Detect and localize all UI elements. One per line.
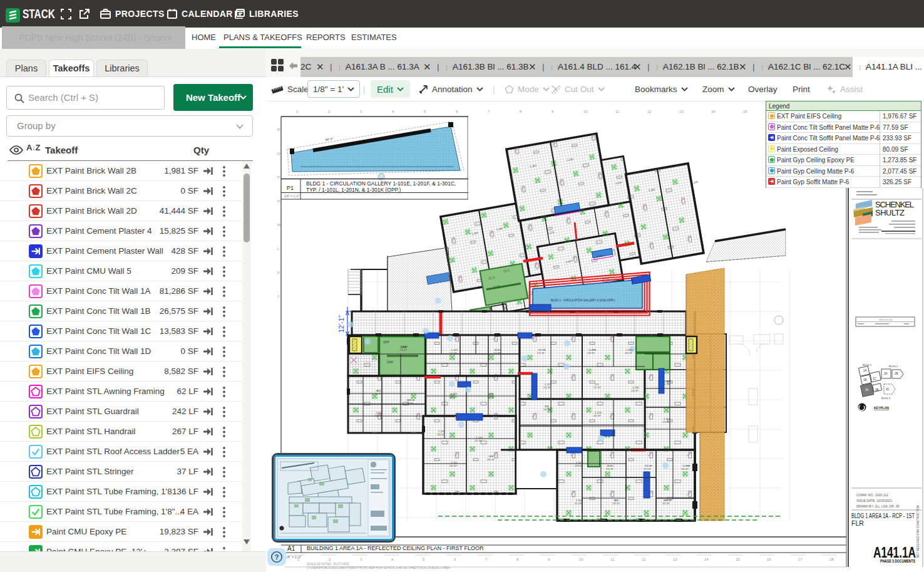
svg-text:BLDG 1 - CIRCULATION GALLERY 1: BLDG 1 - CIRCULATION GALLERY 1-101E, 1-2…: [306, 180, 456, 187]
svg-text:P1: P1: [287, 185, 294, 191]
svg-text:BLDG 2: BLDG 2: [889, 365, 898, 368]
svg-text:STACK: STACK: [23, 7, 55, 21]
svg-text:1-124: 1-124: [595, 411, 602, 414]
svg-text:13: 13: [679, 110, 684, 113]
svg-text:1-105: 1-105: [576, 499, 583, 502]
svg-text:14: 14: [711, 110, 716, 113]
svg-text:1-102: 1-102: [451, 348, 458, 351]
svg-text:PHASE 3 DOCUMENTS: PHASE 3 DOCUMENTS: [880, 559, 916, 563]
svg-text:OFF: OFF: [387, 360, 393, 364]
svg-text:R: R: [277, 128, 280, 132]
svg-text:332 SF: 332 SF: [449, 465, 457, 467]
svg-text:325 SF: 325 SF: [662, 502, 670, 505]
svg-text:1-110: 1-110: [451, 392, 458, 395]
svg-text:Q: Q: [277, 152, 280, 155]
svg-text:1B: 1B: [863, 378, 867, 382]
svg-text:12: 12: [647, 110, 652, 113]
svg-text:BLDG 3: BLDG 3: [881, 397, 891, 400]
svg-text:199 SF: 199 SF: [406, 402, 413, 405]
svg-text:150 SF: 150 SF: [399, 349, 407, 351]
svg-text:1-110: 1-110: [451, 461, 458, 464]
svg-text:1-101: 1-101: [401, 345, 408, 348]
svg-text:15: 15: [743, 110, 747, 113]
svg-text:1-121: 1-121: [376, 411, 382, 414]
svg-text:206 SF: 206 SF: [449, 396, 457, 398]
svg-text:TLT: TLT: [595, 383, 600, 386]
svg-text:2B: 2B: [895, 372, 898, 375]
svg-text:1-102: 1-102: [576, 461, 583, 464]
svg-text:1-121: 1-121: [545, 383, 552, 386]
svg-text:12: 12: [642, 558, 646, 561]
svg-text:COMM. NO.: 2020.112: COMM. NO.: 2020.112: [856, 493, 888, 497]
svg-text:A1: A1: [287, 545, 295, 552]
svg-text:OFF: OFF: [488, 455, 494, 458]
svg-text:P: P: [277, 175, 280, 179]
svg-text:10: 10: [579, 558, 583, 561]
svg-text:BLDG 1: BLDG 1: [863, 363, 872, 367]
svg-text:SCALE AS NOTED - PLOT DATE: SCALE AS NOTED - PLOT DATE: [307, 563, 349, 566]
svg-text:NOT RELEASED FOR CONSTRUCTION: NOT RELEASED FOR CONSTRUCTION: [916, 506, 920, 558]
svg-text:C:\USERS\PUBLIC\DOCUMENTS\REVI: C:\USERS\PUBLIC\DOCUMENTS\REVIT\PCPS NEW…: [307, 566, 450, 569]
svg-text:3C: 3C: [886, 388, 890, 391]
svg-text:192 SF: 192 SF: [374, 393, 382, 395]
svg-text:BUILDING 1 AREA 1A - REFLECTED: BUILDING 1 AREA 1A - REFLECTED CEILING P…: [307, 545, 484, 551]
svg-text:JAN: JAN: [613, 499, 619, 502]
svg-text:REVISIONS: REVISIONS: [879, 318, 893, 321]
svg-text:283 SF: 283 SF: [575, 465, 582, 467]
svg-text:1-131: 1-131: [438, 430, 445, 433]
svg-text:311 SF: 311 SF: [575, 502, 582, 505]
svg-text:241 SF: 241 SF: [662, 383, 670, 386]
svg-text:14: 14: [704, 558, 709, 561]
svg-text:ELEC: ELEC: [495, 348, 501, 351]
svg-text:2A: 2A: [884, 372, 888, 375]
svg-text:248 SF: 248 SF: [437, 434, 444, 436]
svg-text:220 SF: 220 SF: [543, 387, 551, 389]
svg-text:MECH: MECH: [407, 398, 414, 402]
svg-text:1-105: 1-105: [626, 348, 633, 351]
svg-text:STOR: STOR: [538, 348, 546, 351]
svg-text:262 SF: 262 SF: [543, 408, 551, 411]
svg-text:ELEC: ELEC: [607, 464, 614, 467]
svg-text:ISSUE DATE: 10/15/2021: ISSUE DATE: 10/15/2021: [856, 499, 892, 502]
svg-text:FLR: FLR: [851, 519, 864, 527]
svg-text:269 SF: 269 SF: [593, 415, 601, 417]
svg-text:1-140: 1-140: [476, 436, 483, 439]
svg-text:171 SF: 171 SF: [537, 352, 545, 355]
svg-text:13: 13: [673, 558, 677, 561]
svg-text:BLDG 1 - CIRCULATION GALLERY 1: BLDG 1 - CIRCULATION GALLERY 1-101E (OPP…: [551, 299, 615, 302]
svg-text:1A: 1A: [863, 369, 867, 372]
svg-text:OFF: OFF: [488, 392, 494, 395]
svg-text:11: 11: [610, 558, 615, 561]
svg-text:3B: 3B: [875, 388, 879, 392]
svg-text:318 SF: 318 SF: [612, 502, 620, 505]
svg-text:OFF: OFF: [383, 340, 389, 344]
svg-text:290 SF: 290 SF: [606, 468, 613, 471]
svg-text:234 SF: 234 SF: [631, 390, 639, 392]
svg-text:TYP. / 1-101L, 1-201N, & 1-301: TYP. / 1-101L, 1-201N, & 1-301K (OPP.): [306, 187, 401, 193]
svg-text:1C: 1C: [873, 377, 877, 380]
svg-text:164 SF: 164 SF: [493, 352, 501, 355]
svg-text:DRAWN BY: JLL, LDA, DR, JR: DRAWN BY: JLL, LDA, DR, JR: [856, 504, 900, 508]
svg-text:?: ?: [274, 553, 279, 561]
svg-text:JAN: JAN: [376, 389, 381, 392]
svg-text:12'-1": 12'-1": [337, 315, 345, 333]
svg-text:255 SF: 255 SF: [475, 440, 482, 442]
svg-text:K: K: [277, 271, 280, 274]
svg-text:11: 11: [615, 110, 620, 113]
svg-text:N: N: [277, 199, 280, 203]
svg-text:185 SF: 185 SF: [625, 352, 632, 355]
svg-text:10: 10: [583, 110, 588, 113]
svg-text:STOR: STOR: [645, 464, 652, 467]
svg-text:157 SF: 157 SF: [449, 352, 457, 355]
svg-text:276 SF: 276 SF: [662, 421, 670, 424]
svg-text:MECH: MECH: [664, 499, 671, 502]
svg-text:STAIR: STAIR: [664, 380, 671, 383]
svg-text:IDF: IDF: [545, 405, 549, 408]
svg-text:A141.1A: A141.1A: [873, 544, 916, 561]
svg-text:297 SF: 297 SF: [644, 468, 651, 471]
svg-text:BLDG 1 AREA 1A - RCP - 1ST: BLDG 1 AREA 1A - RCP - 1ST: [851, 512, 915, 519]
svg-text:CORR: CORR: [682, 464, 690, 467]
svg-text:3A: 3A: [865, 388, 869, 392]
svg-text:J: J: [277, 294, 279, 298]
svg-text:339 SF: 339 SF: [487, 459, 495, 461]
